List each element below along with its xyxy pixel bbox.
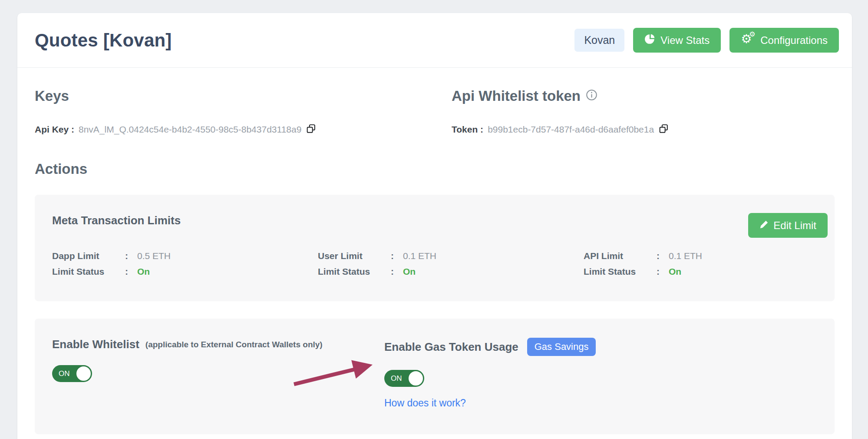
token-value: b99b1ecb-7d57-487f-a46d-d6aafef0be1a	[488, 124, 654, 135]
gas-token-toggle-state: ON	[391, 374, 402, 383]
limit-row: Dapp Limit : 0.5 ETH	[52, 251, 318, 261]
toggle-knob	[408, 370, 424, 386]
limit-row: API Limit : 0.1 ETH	[584, 251, 817, 261]
keys-heading: Keys	[35, 88, 452, 104]
edit-limit-label: Edit Limit	[773, 220, 816, 232]
actions-heading: Actions	[17, 161, 852, 177]
configurations-label: Configurations	[760, 34, 828, 47]
header-actions: Kovan View Stats ⚙⚙ Configurations	[574, 28, 839, 53]
token-label: Token :	[452, 124, 483, 135]
copy-icon	[306, 123, 317, 136]
limit-row: User Limit : 0.1 ETH	[318, 251, 584, 261]
how-does-it-work-link[interactable]: How does it work?	[384, 397, 466, 409]
colon: :	[391, 266, 403, 277]
limit-label: User Limit	[318, 251, 391, 261]
colon: :	[657, 251, 669, 261]
enable-whitelist-block: Enable Whitelist (applicable to External…	[52, 338, 384, 409]
colon: :	[391, 251, 403, 261]
limit-value: 0.5 ETH	[137, 251, 171, 261]
status-label: Limit Status	[584, 266, 657, 277]
limit-label: API Limit	[584, 251, 657, 261]
meta-limits-title: Meta Transaction Limits	[52, 214, 817, 227]
page-title: Quotes [Kovan]	[35, 30, 172, 51]
edit-limit-button[interactable]: Edit Limit	[748, 213, 828, 238]
status-row: Limit Status : On	[584, 266, 817, 277]
toggle-knob	[76, 366, 92, 382]
status-label: Limit Status	[52, 266, 125, 277]
keys-token-section: Keys Api Key : 8nvA_lM_Q.0424c54e-b4b2-4…	[17, 88, 852, 136]
limit-label: Dapp Limit	[52, 251, 125, 261]
toggles-card: Enable Whitelist (applicable to External…	[35, 319, 835, 434]
pencil-icon	[759, 220, 769, 232]
gears-icon: ⚙⚙	[741, 34, 756, 47]
meta-limits-card: Meta Transaction Limits Edit Limit Dapp …	[35, 195, 835, 301]
status-row: Limit Status : On	[318, 266, 584, 277]
whitelist-toggle[interactable]: ON	[52, 365, 92, 382]
token-line: Token : b99b1ecb-7d57-487f-a46d-d6aafef0…	[452, 123, 835, 136]
status-value: On	[669, 266, 681, 277]
copy-token-button[interactable]	[658, 123, 669, 136]
status-value: On	[403, 266, 416, 277]
enable-whitelist-subtitle: (applicable to External Contract Wallets…	[145, 340, 323, 349]
gas-token-toggle[interactable]: ON	[384, 370, 424, 387]
page-header: Quotes [Kovan] Kovan View Stats ⚙⚙ Confi…	[17, 13, 852, 68]
token-column: Api Whitelist token Token : b99b1ecb-7d5…	[452, 88, 835, 136]
pie-chart-icon	[644, 33, 656, 47]
colon: :	[125, 266, 137, 277]
limits-grid: Dapp Limit : 0.5 ETH Limit Status : On U…	[52, 251, 817, 282]
api-key-line: Api Key : 8nvA_lM_Q.0424c54e-b4b2-4550-9…	[35, 123, 452, 136]
token-heading: Api Whitelist token	[452, 88, 835, 104]
limit-column-dapp: Dapp Limit : 0.5 ETH Limit Status : On	[52, 251, 318, 282]
view-stats-label: View Stats	[660, 34, 710, 47]
colon: :	[657, 266, 669, 277]
token-heading-label: Api Whitelist token	[452, 88, 581, 104]
status-label: Limit Status	[318, 266, 391, 277]
info-icon[interactable]	[586, 88, 597, 104]
limit-column-user: User Limit : 0.1 ETH Limit Status : On	[318, 251, 584, 282]
api-key-value: 8nvA_lM_Q.0424c54e-b4b2-4550-98c5-8b437d…	[79, 124, 301, 135]
configurations-button[interactable]: ⚙⚙ Configurations	[729, 28, 839, 53]
limit-value: 0.1 ETH	[669, 251, 702, 261]
copy-icon	[658, 123, 669, 136]
api-key-label: Api Key :	[35, 124, 74, 135]
network-badge: Kovan	[574, 29, 624, 52]
keys-column: Keys Api Key : 8nvA_lM_Q.0424c54e-b4b2-4…	[35, 88, 452, 136]
colon: :	[125, 251, 137, 261]
limit-value: 0.1 ETH	[403, 251, 436, 261]
status-value: On	[137, 266, 150, 277]
whitelist-toggle-state: ON	[59, 369, 70, 378]
view-stats-button[interactable]: View Stats	[633, 28, 721, 53]
copy-api-key-button[interactable]	[306, 123, 317, 136]
gas-savings-badge: Gas Savings	[527, 338, 596, 356]
gas-token-block: Enable Gas Token Usage Gas Savings ON Ho…	[384, 338, 817, 409]
gas-token-title: Enable Gas Token Usage	[384, 340, 518, 354]
main-panel: Quotes [Kovan] Kovan View Stats ⚙⚙ Confi…	[17, 13, 852, 439]
status-row: Limit Status : On	[52, 266, 318, 277]
enable-whitelist-title: Enable Whitelist	[52, 338, 139, 351]
limit-column-api: API Limit : 0.1 ETH Limit Status : On	[584, 251, 817, 282]
